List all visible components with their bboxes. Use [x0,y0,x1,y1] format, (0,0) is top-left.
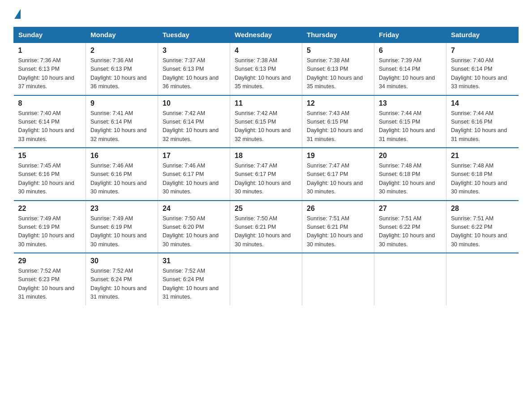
calendar-week-row: 29 Sunrise: 7:52 AM Sunset: 6:23 PM Dayl… [14,253,519,305]
day-number: 23 [90,205,153,213]
day-info: Sunrise: 7:48 AM Sunset: 6:18 PM Dayligh… [451,162,514,197]
day-info: Sunrise: 7:49 AM Sunset: 6:19 PM Dayligh… [90,214,153,249]
calendar-day-cell [230,253,302,305]
day-number: 5 [307,47,369,55]
calendar-week-row: 15 Sunrise: 7:45 AM Sunset: 6:16 PM Dayl… [14,148,519,201]
day-info: Sunrise: 7:46 AM Sunset: 6:16 PM Dayligh… [90,162,153,197]
day-number: 24 [163,205,225,213]
day-number: 22 [18,205,82,213]
calendar-day-cell: 8 Sunrise: 7:40 AM Sunset: 6:14 PM Dayli… [14,95,86,148]
day-number: 21 [451,152,514,160]
day-number: 27 [379,205,442,213]
day-info: Sunrise: 7:50 AM Sunset: 6:21 PM Dayligh… [235,214,297,249]
day-info: Sunrise: 7:42 AM Sunset: 6:15 PM Dayligh… [235,109,297,144]
calendar-day-cell: 18 Sunrise: 7:47 AM Sunset: 6:17 PM Dayl… [230,148,302,201]
day-info: Sunrise: 7:38 AM Sunset: 6:13 PM Dayligh… [307,56,369,91]
logo [13,9,21,18]
calendar-day-cell: 2 Sunrise: 7:36 AM Sunset: 6:13 PM Dayli… [86,43,158,95]
day-info: Sunrise: 7:52 AM Sunset: 6:23 PM Dayligh… [18,267,82,302]
calendar-day-cell [446,253,519,305]
day-number: 4 [235,47,297,55]
day-number: 8 [18,99,82,107]
day-info: Sunrise: 7:36 AM Sunset: 6:13 PM Dayligh… [90,56,153,91]
calendar-day-cell: 19 Sunrise: 7:47 AM Sunset: 6:17 PM Dayl… [302,148,374,201]
day-info: Sunrise: 7:36 AM Sunset: 6:13 PM Dayligh… [18,56,82,91]
calendar-header: SundayMondayTuesdayWednesdayThursdayFrid… [14,27,519,43]
day-number: 25 [235,205,297,213]
calendar-day-cell: 22 Sunrise: 7:49 AM Sunset: 6:19 PM Dayl… [14,201,86,253]
calendar-day-cell: 27 Sunrise: 7:51 AM Sunset: 6:22 PM Dayl… [374,201,446,253]
day-of-week-header: Sunday [14,27,86,43]
day-number: 16 [90,152,153,160]
day-number: 26 [307,205,369,213]
page-header [13,9,519,18]
day-number: 10 [163,99,225,107]
calendar-day-cell: 12 Sunrise: 7:43 AM Sunset: 6:15 PM Dayl… [302,95,374,148]
calendar-day-cell: 10 Sunrise: 7:42 AM Sunset: 6:14 PM Dayl… [158,95,230,148]
calendar-day-cell: 16 Sunrise: 7:46 AM Sunset: 6:16 PM Dayl… [86,148,158,201]
calendar-day-cell: 29 Sunrise: 7:52 AM Sunset: 6:23 PM Dayl… [14,253,86,305]
calendar-week-row: 22 Sunrise: 7:49 AM Sunset: 6:19 PM Dayl… [14,201,519,253]
calendar-day-cell: 26 Sunrise: 7:51 AM Sunset: 6:21 PM Dayl… [302,201,374,253]
calendar-day-cell: 24 Sunrise: 7:50 AM Sunset: 6:20 PM Dayl… [158,201,230,253]
calendar-table: SundayMondayTuesdayWednesdayThursdayFrid… [13,27,519,305]
day-number: 30 [90,257,153,265]
calendar-day-cell: 5 Sunrise: 7:38 AM Sunset: 6:13 PM Dayli… [302,43,374,95]
day-of-week-header: Saturday [446,27,519,43]
day-info: Sunrise: 7:51 AM Sunset: 6:22 PM Dayligh… [451,214,514,249]
calendar-day-cell: 9 Sunrise: 7:41 AM Sunset: 6:14 PM Dayli… [86,95,158,148]
day-info: Sunrise: 7:51 AM Sunset: 6:21 PM Dayligh… [307,214,369,249]
calendar-body: 1 Sunrise: 7:36 AM Sunset: 6:13 PM Dayli… [14,43,519,305]
calendar-day-cell [302,253,374,305]
day-number: 28 [451,205,514,213]
day-of-week-header: Friday [374,27,446,43]
day-number: 20 [379,152,442,160]
day-info: Sunrise: 7:47 AM Sunset: 6:17 PM Dayligh… [307,162,369,197]
calendar-day-cell: 1 Sunrise: 7:36 AM Sunset: 6:13 PM Dayli… [14,43,86,95]
day-number: 3 [163,47,225,55]
day-number: 1 [18,47,82,55]
day-info: Sunrise: 7:47 AM Sunset: 6:17 PM Dayligh… [235,162,297,197]
calendar-day-cell: 25 Sunrise: 7:50 AM Sunset: 6:21 PM Dayl… [230,201,302,253]
day-of-week-header: Thursday [302,27,374,43]
day-number: 15 [18,152,82,160]
calendar-day-cell: 17 Sunrise: 7:46 AM Sunset: 6:17 PM Dayl… [158,148,230,201]
day-info: Sunrise: 7:37 AM Sunset: 6:13 PM Dayligh… [163,56,225,91]
day-number: 9 [90,99,153,107]
day-info: Sunrise: 7:41 AM Sunset: 6:14 PM Dayligh… [90,109,153,144]
calendar-day-cell [374,253,446,305]
calendar-day-cell: 6 Sunrise: 7:39 AM Sunset: 6:14 PM Dayli… [374,43,446,95]
day-info: Sunrise: 7:38 AM Sunset: 6:13 PM Dayligh… [235,56,297,91]
calendar-day-cell: 28 Sunrise: 7:51 AM Sunset: 6:22 PM Dayl… [446,201,519,253]
day-number: 19 [307,152,369,160]
day-of-week-header: Tuesday [158,27,230,43]
day-info: Sunrise: 7:45 AM Sunset: 6:16 PM Dayligh… [18,162,82,197]
calendar-day-cell: 14 Sunrise: 7:44 AM Sunset: 6:16 PM Dayl… [446,95,519,148]
day-info: Sunrise: 7:48 AM Sunset: 6:18 PM Dayligh… [379,162,442,197]
day-number: 12 [307,99,369,107]
day-number: 7 [451,47,514,55]
calendar-day-cell: 13 Sunrise: 7:44 AM Sunset: 6:15 PM Dayl… [374,95,446,148]
calendar-day-cell: 4 Sunrise: 7:38 AM Sunset: 6:13 PM Dayli… [230,43,302,95]
day-number: 14 [451,99,514,107]
day-info: Sunrise: 7:44 AM Sunset: 6:15 PM Dayligh… [379,109,442,144]
calendar-day-cell: 20 Sunrise: 7:48 AM Sunset: 6:18 PM Dayl… [374,148,446,201]
day-info: Sunrise: 7:40 AM Sunset: 6:14 PM Dayligh… [451,56,514,91]
day-number: 6 [379,47,442,55]
day-number: 31 [163,257,225,265]
day-number: 2 [90,47,153,55]
calendar-day-cell: 23 Sunrise: 7:49 AM Sunset: 6:19 PM Dayl… [86,201,158,253]
day-number: 13 [379,99,442,107]
day-info: Sunrise: 7:43 AM Sunset: 6:15 PM Dayligh… [307,109,369,144]
day-info: Sunrise: 7:52 AM Sunset: 6:24 PM Dayligh… [90,267,153,302]
calendar-week-row: 1 Sunrise: 7:36 AM Sunset: 6:13 PM Dayli… [14,43,519,95]
day-of-week-header: Monday [86,27,158,43]
calendar-day-cell: 3 Sunrise: 7:37 AM Sunset: 6:13 PM Dayli… [158,43,230,95]
calendar-day-cell: 11 Sunrise: 7:42 AM Sunset: 6:15 PM Dayl… [230,95,302,148]
day-info: Sunrise: 7:49 AM Sunset: 6:19 PM Dayligh… [18,214,82,249]
day-info: Sunrise: 7:46 AM Sunset: 6:17 PM Dayligh… [163,162,225,197]
day-info: Sunrise: 7:51 AM Sunset: 6:22 PM Dayligh… [379,214,442,249]
logo-text-area [13,9,21,18]
calendar-day-cell: 7 Sunrise: 7:40 AM Sunset: 6:14 PM Dayli… [446,43,519,95]
day-number: 11 [235,99,297,107]
